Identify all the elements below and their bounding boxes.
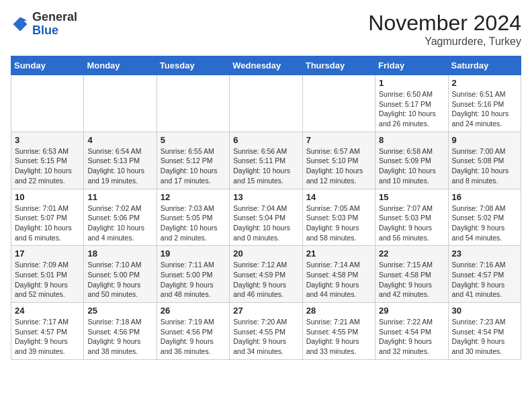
- day-number: 9: [452, 135, 517, 145]
- weekday-header-wednesday: Wednesday: [230, 56, 302, 75]
- calendar-week-1: 1Sunrise: 6:50 AM Sunset: 5:17 PM Daylig…: [11, 75, 521, 132]
- calendar-cell: 4Sunrise: 6:54 AM Sunset: 5:13 PM Daylig…: [84, 132, 157, 189]
- calendar-cell: [84, 75, 157, 132]
- day-number: 23: [452, 248, 517, 259]
- calendar-cell: 2Sunrise: 6:51 AM Sunset: 5:16 PM Daylig…: [448, 75, 521, 132]
- calendar-cell: 15Sunrise: 7:07 AM Sunset: 5:03 PM Dayli…: [375, 189, 448, 246]
- weekday-header-monday: Monday: [84, 56, 157, 75]
- day-info: Sunrise: 7:07 AM Sunset: 5:03 PM Dayligh…: [379, 203, 444, 243]
- day-number: 14: [306, 192, 371, 202]
- day-number: 2: [452, 78, 517, 88]
- day-info: Sunrise: 7:01 AM Sunset: 5:07 PM Dayligh…: [15, 203, 80, 243]
- day-number: 27: [233, 306, 298, 316]
- day-info: Sunrise: 6:54 AM Sunset: 5:13 PM Dayligh…: [87, 146, 152, 186]
- logo: General Blue: [11, 11, 77, 38]
- page-header: General Blue November 2024 Yagmurdere, T…: [11, 11, 521, 48]
- calendar-cell: 23Sunrise: 7:16 AM Sunset: 4:57 PM Dayli…: [448, 246, 521, 303]
- day-number: 21: [306, 248, 371, 259]
- day-info: Sunrise: 7:21 AM Sunset: 4:55 PM Dayligh…: [306, 317, 371, 357]
- calendar-cell: 11Sunrise: 7:02 AM Sunset: 5:06 PM Dayli…: [84, 189, 157, 246]
- calendar-cell: 13Sunrise: 7:04 AM Sunset: 5:04 PM Dayli…: [230, 189, 302, 246]
- calendar-week-2: 3Sunrise: 6:53 AM Sunset: 5:15 PM Daylig…: [11, 132, 521, 189]
- calendar-cell: 24Sunrise: 7:17 AM Sunset: 4:57 PM Dayli…: [11, 303, 84, 360]
- day-number: 13: [233, 192, 298, 202]
- calendar-header: SundayMondayTuesdayWednesdayThursdayFrid…: [11, 56, 521, 75]
- day-info: Sunrise: 7:18 AM Sunset: 4:56 PM Dayligh…: [87, 317, 152, 357]
- calendar-cell: [302, 75, 375, 132]
- day-info: Sunrise: 7:10 AM Sunset: 5:00 PM Dayligh…: [87, 260, 152, 300]
- day-number: 16: [452, 192, 517, 202]
- day-number: 18: [87, 248, 152, 259]
- day-info: Sunrise: 7:11 AM Sunset: 5:00 PM Dayligh…: [161, 260, 226, 300]
- day-info: Sunrise: 6:53 AM Sunset: 5:15 PM Dayligh…: [15, 146, 80, 186]
- calendar-table: SundayMondayTuesdayWednesdayThursdayFrid…: [11, 56, 521, 360]
- logo-blue-text: Blue: [32, 24, 58, 37]
- day-info: Sunrise: 7:17 AM Sunset: 4:57 PM Dayligh…: [15, 317, 80, 357]
- day-number: 28: [306, 306, 371, 316]
- weekday-header-saturday: Saturday: [448, 56, 521, 75]
- calendar-body: 1Sunrise: 6:50 AM Sunset: 5:17 PM Daylig…: [11, 75, 521, 360]
- calendar-cell: 6Sunrise: 6:56 AM Sunset: 5:11 PM Daylig…: [230, 132, 302, 189]
- day-info: Sunrise: 7:12 AM Sunset: 4:59 PM Dayligh…: [233, 260, 298, 300]
- day-info: Sunrise: 7:02 AM Sunset: 5:06 PM Dayligh…: [87, 203, 152, 243]
- day-number: 25: [87, 306, 152, 316]
- day-info: Sunrise: 7:09 AM Sunset: 5:01 PM Dayligh…: [15, 260, 80, 300]
- day-number: 12: [161, 192, 226, 202]
- day-number: 11: [87, 192, 152, 202]
- weekday-header-thursday: Thursday: [302, 56, 375, 75]
- day-info: Sunrise: 7:16 AM Sunset: 4:57 PM Dayligh…: [452, 260, 517, 300]
- calendar-cell: 27Sunrise: 7:20 AM Sunset: 4:55 PM Dayli…: [230, 303, 302, 360]
- calendar-cell: 18Sunrise: 7:10 AM Sunset: 5:00 PM Dayli…: [84, 246, 157, 303]
- title-block: November 2024 Yagmurdere, Turkey: [368, 11, 521, 48]
- day-number: 30: [452, 306, 517, 316]
- day-number: 6: [233, 135, 298, 145]
- calendar-cell: 8Sunrise: 6:58 AM Sunset: 5:09 PM Daylig…: [375, 132, 448, 189]
- day-info: Sunrise: 7:20 AM Sunset: 4:55 PM Dayligh…: [233, 317, 298, 357]
- calendar-cell: 17Sunrise: 7:09 AM Sunset: 5:01 PM Dayli…: [11, 246, 84, 303]
- day-number: 15: [379, 192, 444, 202]
- day-info: Sunrise: 7:19 AM Sunset: 4:56 PM Dayligh…: [161, 317, 226, 357]
- calendar-cell: 7Sunrise: 6:57 AM Sunset: 5:10 PM Daylig…: [302, 132, 375, 189]
- calendar-cell: [157, 75, 229, 132]
- calendar-cell: 16Sunrise: 7:08 AM Sunset: 5:02 PM Dayli…: [448, 189, 521, 246]
- day-info: Sunrise: 7:03 AM Sunset: 5:05 PM Dayligh…: [161, 203, 226, 243]
- day-number: 10: [15, 192, 80, 202]
- calendar-cell: 1Sunrise: 6:50 AM Sunset: 5:17 PM Daylig…: [375, 75, 448, 132]
- day-number: 29: [379, 306, 444, 316]
- calendar-cell: 19Sunrise: 7:11 AM Sunset: 5:00 PM Dayli…: [157, 246, 229, 303]
- day-number: 4: [87, 135, 152, 145]
- svg-marker-0: [13, 17, 28, 31]
- day-number: 26: [161, 306, 226, 316]
- month-title: November 2024: [368, 11, 521, 36]
- day-number: 22: [379, 248, 444, 259]
- day-info: Sunrise: 7:00 AM Sunset: 5:08 PM Dayligh…: [452, 146, 517, 186]
- calendar-cell: 14Sunrise: 7:05 AM Sunset: 5:03 PM Dayli…: [302, 189, 375, 246]
- day-number: 7: [306, 135, 371, 145]
- calendar-cell: 5Sunrise: 6:55 AM Sunset: 5:12 PM Daylig…: [157, 132, 229, 189]
- calendar-cell: 25Sunrise: 7:18 AM Sunset: 4:56 PM Dayli…: [84, 303, 157, 360]
- day-info: Sunrise: 6:58 AM Sunset: 5:09 PM Dayligh…: [379, 146, 444, 186]
- logo-icon: [11, 15, 30, 34]
- calendar-week-5: 24Sunrise: 7:17 AM Sunset: 4:57 PM Dayli…: [11, 303, 521, 360]
- calendar-cell: 10Sunrise: 7:01 AM Sunset: 5:07 PM Dayli…: [11, 189, 84, 246]
- logo-general-text: General: [32, 10, 77, 24]
- location-subtitle: Yagmurdere, Turkey: [368, 36, 521, 48]
- calendar-cell: 3Sunrise: 6:53 AM Sunset: 5:15 PM Daylig…: [11, 132, 84, 189]
- day-info: Sunrise: 7:05 AM Sunset: 5:03 PM Dayligh…: [306, 203, 371, 243]
- calendar-cell: [230, 75, 302, 132]
- weekday-header-friday: Friday: [375, 56, 448, 75]
- calendar-cell: 26Sunrise: 7:19 AM Sunset: 4:56 PM Dayli…: [157, 303, 229, 360]
- day-number: 24: [15, 306, 80, 316]
- weekday-header-row: SundayMondayTuesdayWednesdayThursdayFrid…: [11, 56, 521, 75]
- calendar-cell: 29Sunrise: 7:22 AM Sunset: 4:54 PM Dayli…: [375, 303, 448, 360]
- calendar-cell: 9Sunrise: 7:00 AM Sunset: 5:08 PM Daylig…: [448, 132, 521, 189]
- day-info: Sunrise: 6:55 AM Sunset: 5:12 PM Dayligh…: [161, 146, 226, 186]
- calendar-week-3: 10Sunrise: 7:01 AM Sunset: 5:07 PM Dayli…: [11, 189, 521, 246]
- day-number: 19: [161, 248, 226, 259]
- weekday-header-tuesday: Tuesday: [157, 56, 229, 75]
- day-info: Sunrise: 7:04 AM Sunset: 5:04 PM Dayligh…: [233, 203, 298, 243]
- day-info: Sunrise: 6:50 AM Sunset: 5:17 PM Dayligh…: [379, 89, 444, 129]
- calendar-cell: [11, 75, 84, 132]
- day-number: 1: [379, 78, 444, 88]
- day-number: 17: [15, 248, 80, 259]
